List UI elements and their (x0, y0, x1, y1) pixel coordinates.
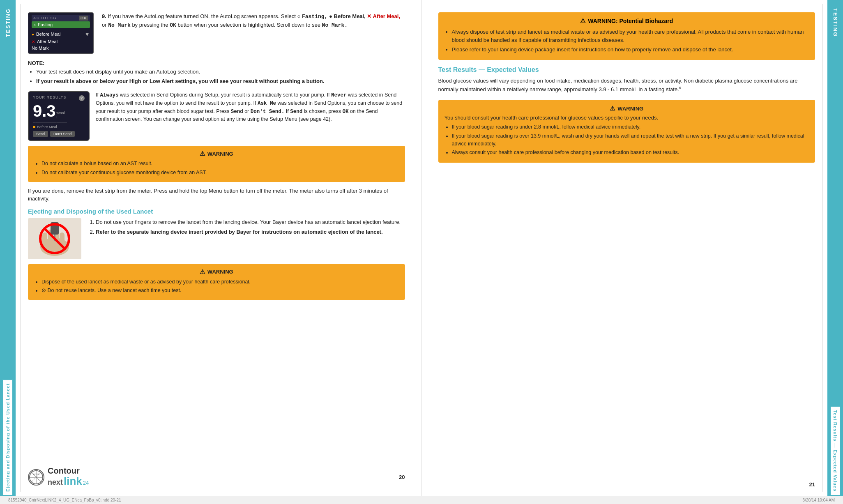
results-unit: mmolL (56, 111, 65, 119)
logo-bottom: next link 24 (48, 475, 89, 488)
results-section: YOUR RESULTS ? 9.3 mmolL ───────────── B… (28, 91, 405, 141)
dont-send-ref: Don't Send. (251, 109, 285, 115)
warning-label-1: WARNING (207, 151, 233, 157)
autolog-row-before-meal: ● Before Meal ▼ (32, 30, 90, 38)
warning-list-1: Do not calculate a bolus based on an AST… (34, 160, 399, 177)
bayer-logo: BAYER (28, 469, 44, 486)
results-buttons: Send Don't Send (33, 131, 85, 137)
warning-list-3: If your blood sugar reading is under 2.8… (445, 123, 809, 156)
before-meal-icon: ● (32, 32, 34, 37)
page-footer-right: 21 (438, 477, 815, 488)
footer-date: 3/20/14 10:04 AM (803, 498, 835, 502)
note-item-2-text: If your result is above or below your Hi… (36, 78, 325, 84)
page-footer-left: BAYER Contour next link (28, 463, 405, 488)
page-number-right: 21 (809, 481, 815, 488)
lancet-section: Do not use your fingers to remove the la… (28, 218, 405, 259)
after-meal-label: After Meal (37, 39, 58, 44)
test-results-text: Blood glucose values will vary depending… (438, 77, 815, 94)
results-value: 9.3 (33, 103, 56, 119)
biohazard-item-1: Always dispose of test strip and lancet … (452, 28, 809, 44)
bottom-bar: 81552940_CntrNextLINK2_4_UG_ENca_FpBp_v0… (0, 496, 843, 504)
contour-text: Contour (48, 467, 89, 475)
before-meal-label: Before Meal (36, 32, 60, 37)
autolog-ok-btn: OK (79, 16, 88, 21)
autolog-row-no-mark: No Mark (32, 45, 90, 51)
note-section: NOTE: Your test result does not display … (28, 60, 405, 86)
warning-item-2-2: ⊘ Do not reuse lancets. Use a new lancet… (41, 287, 399, 295)
note-item-2: If your result is above or below your Hi… (36, 77, 405, 85)
warning3-item-3: Always consult your health care professi… (452, 149, 809, 156)
no-mark-ref: No Mark (108, 22, 131, 28)
your-results-label: YOUR RESULTS (33, 95, 66, 101)
divider1 (32, 29, 90, 29)
ask-me-ref: Ask Me (258, 101, 276, 106)
warning-label-2: WARNING (207, 269, 233, 275)
lancet-steps: Do not use your fingers to remove the la… (88, 218, 405, 259)
question-mark-icon: ? (79, 95, 85, 101)
dont-send-btn[interactable]: Don't Send (50, 131, 75, 137)
send-ref: Send (231, 109, 243, 115)
footer-doc-ref: 81552940_CntrNextLINK2_4_UG_ENca_FpBp_v0… (8, 498, 121, 502)
warning3-intro: You should consult your health care prof… (445, 115, 809, 121)
bullet-orange (33, 126, 35, 128)
warning3-item-2: If your blood sugar reading is over 13.9… (452, 132, 809, 148)
lancet-illustration (28, 218, 81, 259)
lancet-step-1: Do not use your fingers to remove the la… (96, 218, 405, 226)
autolog-row-fasting: ○ Fasting (32, 21, 90, 28)
before-meal-ref: ● Before Meal, (329, 13, 366, 19)
testing-label-left: TESTING (3, 4, 13, 41)
biohazard-warning: ⚠ WARNING: Potential Biohazard Always di… (438, 12, 815, 60)
biohazard-icon: ⚠ (580, 17, 585, 25)
send-btn[interactable]: Send (33, 131, 48, 137)
ok-ref: OK (170, 22, 176, 28)
results-divider: ───────────── (33, 120, 85, 124)
send-ref2: Send (290, 109, 302, 115)
logo-area: BAYER Contour next link (28, 467, 89, 488)
always-ref: Always (100, 92, 118, 98)
no-mark-label: No Mark (32, 46, 49, 51)
after-meal-icon: ✕ (32, 39, 35, 44)
lancet-svg (28, 218, 81, 259)
superscript-6: 6 (679, 86, 681, 90)
remove-strip-text: If you are done, remove the test strip f… (28, 187, 405, 203)
autolog-row-after-meal: ✕ After Meal (32, 38, 90, 45)
warning-icon-1: ⚠ (200, 150, 205, 157)
testing-label-right: TESTING (830, 4, 841, 41)
fasting-icon: ○ (33, 23, 36, 27)
warning-icon-3: ⚠ (610, 105, 615, 112)
results-text: If Always was selected in Send Options d… (96, 91, 405, 141)
warning3-item-1: If your blood sugar reading is under 2.8… (452, 123, 809, 131)
warning-list-2: Dispose of the used lancet as medical wa… (34, 278, 399, 295)
warning-title-1: ⚠ WARNING (34, 150, 399, 157)
bayer-logo-svg: BAYER (29, 469, 44, 485)
warning-item-1-2: Do not calibrate your continuous glucose… (41, 169, 399, 177)
test-results-label-right: Test Results — Expected Values (830, 406, 841, 496)
page-border-right (822, 4, 822, 492)
page-right: ⚠ WARNING: Potential Biohazard Always di… (422, 0, 828, 496)
step-number: 9. (102, 13, 106, 19)
autolog-device: AUTOLOG OK ○ Fasting ● Before Meal ▼ ✕ (28, 12, 94, 54)
num-text: 24 (83, 480, 89, 486)
never-ref: Never (331, 92, 347, 98)
ejecting-heading: Ejecting and Disposing of the Used Lance… (28, 208, 405, 215)
warning-box-1: ⚠ WARNING Do not calculate a bolus based… (28, 146, 405, 182)
warning-item-1-1: Do not calculate a bolus based on an AST… (41, 160, 399, 168)
ejecting-label-left: Ejecting and Disposing of the Used Lance… (2, 379, 13, 496)
biohazard-title: ⚠ WARNING: Potential Biohazard (445, 17, 809, 25)
before-meal-row: Before Meal (33, 125, 85, 129)
biohazard-list: Always dispose of test strip and lancet … (445, 28, 809, 54)
warning-item-2-1: Dispose of the used lancet as medical wa… (41, 278, 399, 286)
link-text: link (64, 475, 82, 488)
before-meal-result: Before Meal (37, 125, 57, 129)
scroll-arrow: ▼ (84, 31, 90, 37)
biohazard-item-2: Please refer to your lancing device pack… (452, 46, 809, 54)
next-text: next (48, 478, 63, 487)
warning-icon-2: ⚠ (200, 268, 205, 276)
results-device: YOUR RESULTS ? 9.3 mmolL ───────────── B… (28, 91, 90, 141)
warning-label-3: WARNING (617, 106, 643, 112)
page-number-left: 20 (399, 474, 405, 480)
warning-title-3: ⚠ WARNING (445, 105, 809, 112)
autolog-header-text: AUTOLOG (33, 16, 57, 20)
note-item-1: Your test result does not display until … (36, 68, 405, 76)
ok-ref2: OK (342, 109, 348, 115)
